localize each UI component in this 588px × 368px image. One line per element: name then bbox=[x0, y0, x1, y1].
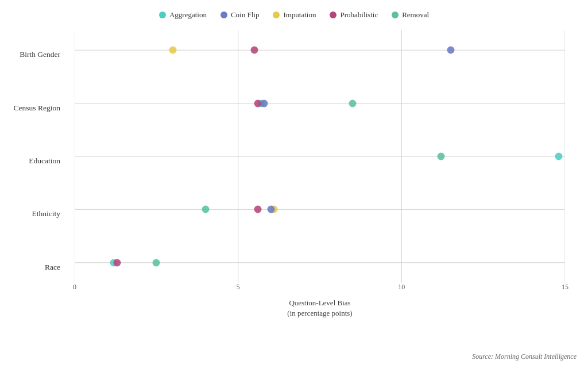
dots-container bbox=[75, 30, 565, 283]
y-label-race: Race bbox=[0, 263, 67, 272]
x-tick-0: 0 bbox=[73, 283, 76, 292]
dot-birth-gender-imputation bbox=[169, 47, 176, 54]
plot-inner bbox=[75, 30, 565, 283]
dot-race-removal bbox=[153, 259, 160, 266]
legend-dot-imputation bbox=[273, 12, 280, 18]
dot-race-probabilistic bbox=[114, 259, 121, 266]
dot-census-region-coin-flip bbox=[261, 99, 268, 107]
dot-birth-gender-probabilistic bbox=[251, 47, 258, 54]
x-tick-15: 15 bbox=[562, 283, 568, 292]
x-tick-10: 10 bbox=[398, 283, 405, 292]
legend-label-aggregation: Aggregation bbox=[169, 10, 207, 20]
dot-ethnicity-removal bbox=[202, 206, 209, 213]
legend-dot-removal bbox=[392, 12, 399, 18]
y-label-census-region: Census Region bbox=[0, 103, 67, 113]
x-axis-title: Question-Level Bias (in percentage point… bbox=[75, 298, 565, 319]
legend-dot-coin-flip bbox=[220, 12, 227, 18]
y-labels: Birth GenderCensus RegionEducationEthnic… bbox=[0, 30, 72, 312]
legend-item-removal: Removal bbox=[392, 10, 429, 20]
y-label-birth-gender: Birth Gender bbox=[0, 50, 67, 59]
dot-birth-gender-coin-flip bbox=[447, 47, 454, 54]
plot-wrapper: Birth GenderCensus RegionEducationEthnic… bbox=[75, 30, 565, 312]
legend-label-coin-flip: Coin Flip bbox=[231, 10, 260, 20]
x-tick-5: 5 bbox=[237, 283, 240, 292]
legend-label-probabilistic: Probabilistic bbox=[340, 10, 378, 20]
y-label-education: Education bbox=[0, 156, 67, 166]
dot-education-removal bbox=[437, 153, 444, 160]
legend-item-imputation: Imputation bbox=[273, 10, 316, 20]
chart-container: Aggregation Coin Flip Imputation Probabi… bbox=[0, 0, 588, 368]
dot-ethnicity-coin-flip bbox=[267, 206, 274, 213]
source-text: Source: Morning Consult Intelligence bbox=[472, 352, 577, 361]
dot-education-aggregation bbox=[555, 153, 562, 160]
y-label-ethnicity: Ethnicity bbox=[0, 209, 67, 218]
legend-label-imputation: Imputation bbox=[283, 10, 316, 20]
legend-item-aggregation: Aggregation bbox=[159, 10, 207, 20]
x-ticks: 051015 bbox=[75, 283, 565, 294]
legend-dot-aggregation bbox=[159, 12, 166, 18]
legend-item-coin-flip: Coin Flip bbox=[220, 10, 260, 20]
legend: Aggregation Coin Flip Imputation Probabi… bbox=[0, 0, 588, 24]
legend-item-probabilistic: Probabilistic bbox=[330, 10, 378, 20]
dot-census-region-removal bbox=[349, 99, 356, 107]
dot-census-region-probabilistic bbox=[254, 99, 261, 107]
dot-ethnicity-probabilistic bbox=[254, 206, 261, 213]
legend-label-removal: Removal bbox=[402, 10, 429, 20]
legend-dot-probabilistic bbox=[330, 12, 336, 18]
